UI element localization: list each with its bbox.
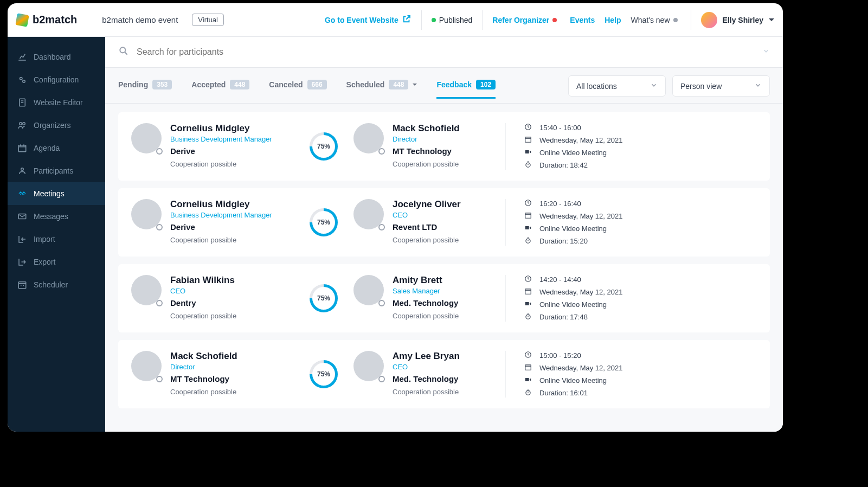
brand-logo[interactable]: b2match bbox=[16, 14, 77, 26]
meeting-duration: Duration: 17:48 bbox=[539, 313, 588, 321]
meeting-mode: Online Video Meeting bbox=[539, 376, 607, 385]
person-role: Business Development Manager bbox=[170, 211, 272, 219]
goto-event-link[interactable]: Go to Event Website bbox=[325, 14, 412, 25]
view-filter[interactable]: Person view bbox=[672, 75, 770, 97]
person-avatar-icon bbox=[353, 199, 384, 229]
chevron-down-icon bbox=[754, 81, 762, 91]
sidebar-item-messages[interactable]: Messages bbox=[8, 205, 105, 228]
doc-icon bbox=[17, 98, 27, 107]
tab-count: 448 bbox=[389, 80, 408, 89]
svg-point-3 bbox=[20, 123, 22, 125]
calendar-icon bbox=[524, 287, 532, 297]
meeting-card[interactable]: Fabian Wilkins CEO Dentry Cooperation po… bbox=[118, 264, 770, 332]
tab-accepted[interactable]: Accepted448 bbox=[191, 80, 249, 99]
meeting-card[interactable]: Cornelius Midgley Business Development M… bbox=[118, 188, 770, 257]
person-name: Mack Schofield bbox=[170, 351, 237, 362]
sidebar-item-meetings[interactable]: Meetings bbox=[8, 182, 105, 205]
meeting-person: Cornelius Midgley Business Development M… bbox=[131, 123, 294, 170]
sidebar-item-label: Export bbox=[34, 258, 55, 266]
handshake-icon bbox=[17, 189, 27, 198]
person-avatar-icon bbox=[131, 199, 162, 229]
person-company: MT Technology bbox=[170, 374, 237, 383]
search-input[interactable] bbox=[137, 47, 755, 57]
sidebar-item-dashboard[interactable]: Dashboard bbox=[8, 46, 105, 68]
match-percentage: 75% bbox=[294, 275, 353, 322]
sidebar-item-label: Website Editor bbox=[34, 98, 83, 107]
meeting-time: 15:00 - 15:20 bbox=[539, 351, 581, 360]
meeting-duration: Duration: 18:42 bbox=[539, 161, 588, 169]
status-indicator-icon bbox=[156, 376, 163, 382]
svg-point-9 bbox=[120, 47, 125, 53]
meeting-card[interactable]: Mack Schofield Director MT Technology Co… bbox=[118, 340, 770, 408]
person-cooperation: Cooperation possible bbox=[393, 388, 460, 396]
tab-label: Accepted bbox=[191, 80, 226, 89]
sidebar-item-scheduler[interactable]: Scheduler bbox=[8, 273, 105, 296]
brand-name: b2match bbox=[33, 14, 77, 26]
tab-label: Canceled bbox=[269, 80, 303, 89]
person-name: Amy Lee Bryan bbox=[393, 351, 460, 362]
person-company: Revent LTD bbox=[393, 222, 461, 232]
sidebar-item-import[interactable]: Import bbox=[8, 228, 105, 251]
person-cooperation: Cooperation possible bbox=[393, 312, 459, 320]
meeting-person: Cornelius Midgley Business Development M… bbox=[131, 199, 294, 246]
meeting-date: Wednesday, May 12, 2021 bbox=[539, 364, 622, 372]
event-name: b2match demo event bbox=[102, 15, 178, 24]
person-name: Cornelius Midgley bbox=[170, 199, 272, 210]
meeting-meta: 15:40 - 16:00 Wednesday, May 12, 2021 On… bbox=[505, 123, 757, 170]
events-link[interactable]: Events bbox=[570, 16, 595, 24]
sidebar-item-agenda[interactable]: Agenda bbox=[8, 137, 105, 159]
location-filter[interactable]: All locations bbox=[568, 75, 666, 97]
help-link[interactable]: Help bbox=[605, 16, 621, 24]
person-company: Derive bbox=[170, 146, 272, 156]
chevron-down-icon bbox=[650, 81, 658, 91]
meeting-meta: 14:20 - 14:40 Wednesday, May 12, 2021 On… bbox=[505, 275, 757, 322]
refer-label: Refer Organizer bbox=[492, 16, 549, 24]
timer-icon bbox=[524, 312, 532, 322]
notification-dot-icon bbox=[552, 18, 557, 22]
external-link-icon bbox=[402, 14, 412, 25]
refer-organizer-link[interactable]: Refer Organizer bbox=[492, 16, 560, 24]
timer-icon bbox=[524, 388, 532, 398]
person-avatar-icon bbox=[353, 351, 384, 381]
match-percentage: 75% bbox=[294, 123, 353, 170]
sidebar-item-configuration[interactable]: Configuration bbox=[8, 68, 105, 91]
svg-point-4 bbox=[23, 123, 25, 125]
sidebar-item-label: Dashboard bbox=[34, 53, 71, 61]
person-cooperation: Cooperation possible bbox=[170, 388, 237, 396]
sched-icon bbox=[17, 280, 27, 290]
meeting-meta: 15:00 - 15:20 Wednesday, May 12, 2021 On… bbox=[505, 351, 757, 398]
video-icon bbox=[524, 300, 532, 309]
meeting-card[interactable]: Cornelius Midgley Business Development M… bbox=[118, 112, 770, 181]
calendar-icon bbox=[524, 136, 532, 145]
user-menu[interactable]: Elly Shirley bbox=[701, 12, 774, 28]
person-cooperation: Cooperation possible bbox=[393, 236, 461, 244]
sidebar-item-participants[interactable]: Participants bbox=[8, 159, 105, 182]
person-avatar-icon bbox=[131, 275, 162, 305]
meeting-person: Amy Lee Bryan CEO Med. Technology Cooper… bbox=[353, 351, 505, 398]
tab-scheduled[interactable]: Scheduled448 bbox=[346, 80, 417, 99]
tab-feedback[interactable]: Feedback102 bbox=[436, 80, 496, 99]
tab-count: 666 bbox=[307, 80, 327, 89]
sidebar: DashboardConfigurationWebsite EditorOrga… bbox=[8, 37, 105, 432]
sidebar-item-export[interactable]: Export bbox=[8, 251, 105, 273]
sidebar-item-website-editor[interactable]: Website Editor bbox=[8, 91, 105, 114]
person-avatar-icon bbox=[353, 275, 384, 305]
user-avatar-icon bbox=[701, 12, 717, 28]
sidebar-item-organizers[interactable]: Organizers bbox=[8, 114, 105, 137]
svg-rect-23 bbox=[525, 365, 531, 370]
meeting-time: 16:20 - 16:40 bbox=[539, 200, 581, 208]
whats-new-link[interactable]: What's new bbox=[631, 16, 681, 24]
svg-point-6 bbox=[21, 168, 24, 171]
person-name: Cornelius Midgley bbox=[170, 123, 272, 134]
status-indicator-icon bbox=[378, 148, 385, 155]
video-icon bbox=[524, 376, 532, 385]
person-company: Med. Technology bbox=[393, 298, 459, 307]
chevron-down-icon bbox=[413, 84, 417, 88]
tab-pending[interactable]: Pending353 bbox=[118, 80, 172, 99]
meeting-person: Mack Schofield Director MT Technology Co… bbox=[353, 123, 505, 170]
person-cooperation: Cooperation possible bbox=[170, 312, 236, 320]
chevron-down-icon[interactable] bbox=[762, 47, 770, 57]
tab-canceled[interactable]: Canceled666 bbox=[269, 80, 326, 99]
person-role: Director bbox=[170, 363, 237, 371]
status-label: Published bbox=[439, 16, 473, 24]
